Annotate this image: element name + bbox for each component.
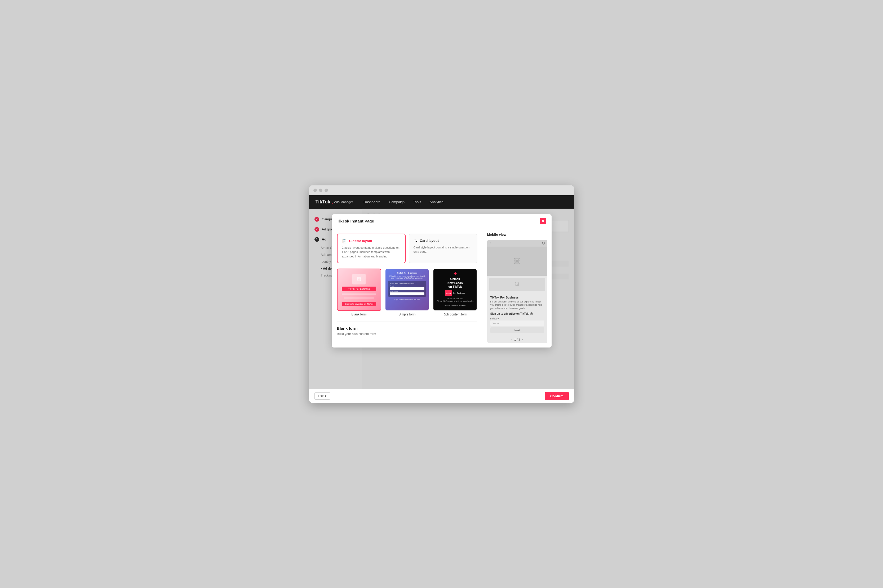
mobile-next-label: Next bbox=[515, 329, 520, 332]
rich-logo-label: For Business bbox=[453, 292, 465, 294]
exit-chevron: ▾ bbox=[325, 394, 326, 398]
mobile-preview-image: 🖼 bbox=[487, 247, 547, 276]
nav-logo: TikTok. Ads Manager bbox=[315, 199, 353, 206]
modal-close-button[interactable]: ✕ bbox=[540, 218, 546, 224]
blank-cta: Sign up to advertise on TikTok! bbox=[342, 302, 376, 306]
template-simple[interactable]: TikTok For Business Fill out this form a… bbox=[385, 268, 429, 316]
window-dot-1 bbox=[314, 189, 317, 192]
blank-bar2 bbox=[344, 297, 374, 299]
card-layout-icon: 🗂 bbox=[413, 238, 418, 243]
simple-footer: Sign up to advertise on TikTok! bbox=[388, 299, 426, 301]
simple-form-area: Enter your contact information Email: Fu… bbox=[388, 281, 426, 297]
mobile-view-title: Mobile view bbox=[487, 232, 547, 237]
mobile-field-input: Finance bbox=[490, 321, 544, 326]
simple-name-label: Full name: bbox=[390, 291, 424, 292]
mobile-back-icon[interactable]: ‹ bbox=[490, 241, 491, 245]
simple-email-input bbox=[390, 287, 424, 290]
template-grid: 🖼 TikTok For Business Sign up to adverti… bbox=[337, 268, 478, 316]
rich-desc: TikTok For BusinessFill out this form an… bbox=[437, 297, 473, 302]
simple-logo: TikTok For Business bbox=[388, 272, 426, 274]
thumb-rich-content: ✚ UnlockNew Leadson TikTok TikTok For Bu… bbox=[433, 269, 477, 310]
app-body: ✓ Campaign ✓ Ad group 3 Ad Smart Creativ… bbox=[309, 209, 574, 389]
window-dot-3 bbox=[324, 189, 328, 192]
classic-layout-card[interactable]: 📋 Classic layout Classic layout contains… bbox=[337, 234, 405, 264]
card-layout-card[interactable]: 🗂 Card layout Card style layout contains… bbox=[409, 234, 478, 264]
simple-name-input bbox=[390, 292, 424, 295]
nav-analytics[interactable]: Analytics bbox=[430, 200, 443, 204]
rich-plus-icon: ✚ bbox=[454, 271, 457, 276]
exit-label: Exit bbox=[318, 394, 324, 398]
pagination-current: 1 / 3 bbox=[514, 338, 520, 341]
blank-bar1 bbox=[342, 294, 377, 295]
template-blank[interactable]: 🖼 TikTok For Business Sign up to adverti… bbox=[337, 268, 381, 316]
mobile-preview-image2: 🖼 bbox=[489, 278, 545, 291]
modal-overlay: TikTok Instant Page ✕ 📋 Classic layout bbox=[309, 209, 574, 389]
template-rich[interactable]: ✚ UnlockNew Leadson TikTok TikTok For Bu… bbox=[433, 268, 477, 316]
logo-dot: . bbox=[332, 199, 333, 206]
classic-layout-icon: 📋 bbox=[342, 238, 347, 243]
modal-body: 📋 Classic layout Classic layout contains… bbox=[332, 228, 551, 348]
pagination-next[interactable]: › bbox=[522, 338, 523, 341]
simple-field-label: Enter your contact information bbox=[390, 283, 424, 285]
confirm-button[interactable]: Confirm bbox=[545, 392, 569, 400]
pagination-prev[interactable]: ‹ bbox=[511, 338, 512, 341]
mobile-pagination: ‹ 1 / 3 › bbox=[487, 336, 547, 343]
modal-header: TikTok Instant Page ✕ bbox=[332, 214, 551, 228]
selected-form-title: Blank form bbox=[337, 326, 478, 330]
mobile-field-label: Industry bbox=[490, 317, 544, 320]
template-simple-label: Simple form bbox=[385, 312, 429, 316]
blank-text: TikTok For Business bbox=[342, 286, 377, 291]
card-layout-header: 🗂 Card layout bbox=[413, 238, 473, 243]
template-blank-label: Blank form bbox=[337, 312, 381, 316]
nav-dashboard[interactable]: Dashboard bbox=[363, 200, 380, 204]
mobile-share-icon: ⬡ bbox=[542, 241, 545, 245]
simple-tagline: Fill out this form and one of our expert… bbox=[388, 275, 426, 279]
classic-layout-desc: Classic layout contains multiple questio… bbox=[342, 246, 401, 259]
selected-form-desc: Blank form Build your own custom form bbox=[337, 321, 478, 336]
layout-options: 📋 Classic layout Classic layout contains… bbox=[337, 234, 478, 264]
modal-title: TikTok Instant Page bbox=[337, 219, 374, 223]
nav-bar: TikTok. Ads Manager Dashboard Campaign T… bbox=[309, 195, 574, 209]
mobile-preview: ‹ ⬡ 🖼 🖼 TikTok For Business bbox=[487, 240, 547, 344]
logo-text: TikTok bbox=[315, 199, 330, 205]
nav-campaign[interactable]: Campaign bbox=[389, 200, 404, 204]
classic-layout-title: Classic layout bbox=[349, 239, 372, 243]
bottom-bar: Exit ▾ Confirm bbox=[309, 389, 574, 403]
rich-headline: UnlockNew Leadson TikTok bbox=[448, 277, 463, 288]
classic-layout-header: 📋 Classic layout bbox=[342, 238, 401, 243]
mobile-preview-bar: ‹ ⬡ bbox=[487, 240, 547, 247]
app-window: TikTok. Ads Manager Dashboard Campaign T… bbox=[309, 185, 574, 403]
blank-img-placeholder: 🖼 bbox=[352, 274, 366, 285]
mobile-brand: TikTok For Business bbox=[490, 296, 544, 299]
thumb-simple-content: TikTok For Business Fill out this form a… bbox=[386, 269, 429, 310]
logo-sub: Ads Manager bbox=[334, 200, 353, 204]
card-layout-desc: Card style layout contains a single ques… bbox=[413, 245, 473, 254]
selected-form-subtitle: Build your own custom form bbox=[337, 332, 478, 336]
title-bar bbox=[309, 185, 574, 195]
mobile-preview-content: TikTok For Business Fill out this form a… bbox=[487, 293, 547, 336]
mobile-cta: Sign up to advertise on TikTok! ⓘ bbox=[490, 312, 544, 316]
template-rich-thumb: ✚ UnlockNew Leadson TikTok TikTok For Bu… bbox=[433, 268, 477, 311]
thumb-blank-content: 🖼 TikTok For Business Sign up to adverti… bbox=[338, 269, 381, 310]
rich-cta-text: Sign up to advertise on TikTok! bbox=[444, 304, 466, 306]
window-dot-2 bbox=[319, 189, 323, 192]
exit-button[interactable]: Exit ▾ bbox=[314, 392, 330, 400]
modal-left-panel: 📋 Classic layout Classic layout contains… bbox=[332, 228, 483, 348]
rich-logo-text: TikTok bbox=[446, 293, 451, 294]
template-simple-thumb: TikTok For Business Fill out this form a… bbox=[385, 268, 429, 311]
mobile-next-btn[interactable]: Next bbox=[490, 327, 544, 333]
modal: TikTok Instant Page ✕ 📋 Classic layout bbox=[332, 214, 551, 348]
simple-email-label: Email: bbox=[390, 285, 424, 287]
rich-logo-badge: TikTok bbox=[445, 290, 452, 296]
rich-logo-area: TikTok For Business bbox=[445, 290, 465, 296]
nav-tools[interactable]: Tools bbox=[413, 200, 421, 204]
mobile-field-value: Finance bbox=[492, 322, 499, 324]
nav-links: Dashboard Campaign Tools Analytics bbox=[363, 200, 443, 204]
template-rich-label: Rich content form bbox=[433, 312, 477, 316]
mobile-desc: Fill out this form and one of our expert… bbox=[490, 300, 544, 310]
card-layout-title: Card layout bbox=[420, 238, 439, 243]
template-blank-thumb: 🖼 TikTok For Business Sign up to adverti… bbox=[337, 268, 381, 311]
modal-right-panel: Mobile view ‹ ⬡ 🖼 🖼 bbox=[483, 228, 551, 348]
